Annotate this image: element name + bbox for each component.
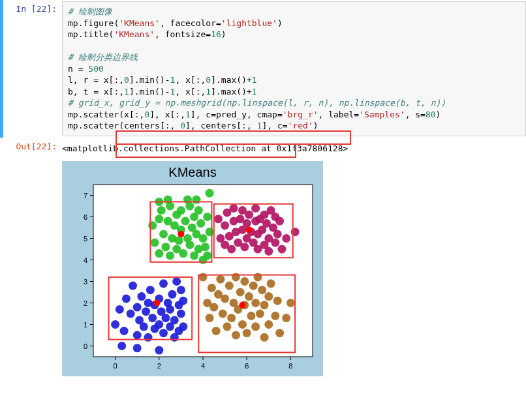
- kmeans-scatter: KMeans0246801234567: [62, 161, 323, 376]
- svg-text:2: 2: [84, 299, 87, 307]
- svg-point-104: [206, 228, 214, 236]
- svg-point-161: [223, 322, 231, 331]
- svg-point-168: [236, 288, 245, 296]
- svg-point-155: [209, 303, 218, 311]
- output-area: <matplotlib.collections.PathCollection a…: [62, 139, 526, 383]
- svg-point-109: [164, 195, 172, 203]
- svg-point-68: [117, 342, 126, 350]
- svg-point-182: [260, 301, 269, 309]
- svg-point-151: [199, 273, 208, 281]
- output-text: <matplotlib.collections.PathCollection a…: [62, 143, 526, 155]
- code: mp.scatter(x[:,0], x[:,1], c=pred_y, cma…: [68, 110, 441, 119]
- svg-point-42: [142, 307, 150, 316]
- svg-point-174: [247, 311, 255, 320]
- svg-point-180: [258, 286, 266, 294]
- svg-point-119: [230, 203, 238, 212]
- svg-point-110: [192, 195, 200, 203]
- svg-point-127: [243, 218, 251, 227]
- svg-point-149: [282, 234, 290, 243]
- svg-text:0: 0: [84, 342, 87, 350]
- svg-point-184: [264, 320, 273, 329]
- svg-point-57: [166, 305, 174, 313]
- code: mp.figure('KMeans', facecolor='lightblue…: [68, 18, 283, 28]
- svg-point-72: [151, 238, 159, 247]
- svg-point-98: [194, 206, 203, 215]
- svg-point-173: [245, 292, 253, 301]
- svg-point-106: [183, 195, 192, 203]
- svg-point-37: [133, 331, 142, 339]
- svg-point-187: [273, 296, 282, 305]
- svg-point-102: [201, 243, 209, 251]
- comment: # grid_x, grid_y = np.meshgrid(np.linspa…: [68, 98, 446, 108]
- svg-point-172: [243, 329, 251, 337]
- svg-point-60: [170, 316, 179, 324]
- svg-point-125: [240, 243, 249, 251]
- svg-point-175: [249, 281, 258, 290]
- svg-point-41: [140, 322, 148, 331]
- svg-point-101: [199, 234, 208, 243]
- svg-point-64: [177, 309, 185, 318]
- svg-point-117: [227, 245, 236, 253]
- svg-text:KMeans: KMeans: [168, 165, 216, 179]
- svg-point-181: [260, 333, 269, 341]
- svg-point-193: [246, 226, 253, 233]
- svg-text:6: 6: [245, 362, 249, 370]
- svg-point-85: [175, 236, 183, 245]
- chart-figure: KMeans0246801234567: [62, 161, 526, 380]
- svg-point-87: [177, 206, 185, 215]
- svg-point-44: [144, 333, 153, 341]
- svg-point-179: [256, 309, 264, 318]
- svg-point-88: [179, 249, 187, 258]
- svg-point-186: [271, 311, 279, 320]
- svg-text:3: 3: [84, 277, 87, 285]
- svg-text:4: 4: [84, 256, 87, 263]
- code: b, t = x[:,1].min()-1, x[:,1].max()+1: [68, 87, 257, 97]
- svg-point-170: [240, 277, 249, 286]
- svg-point-34: [122, 294, 131, 303]
- svg-point-188: [282, 314, 290, 322]
- code: l, r = x[:,0].min()-1, x[:,0].max()+1: [68, 75, 257, 85]
- svg-point-31: [111, 320, 119, 329]
- svg-point-107: [206, 188, 214, 197]
- svg-point-74: [155, 249, 163, 258]
- svg-text:5: 5: [84, 234, 87, 242]
- svg-point-76: [159, 230, 168, 238]
- out-prompt: Out[22]:: [3, 139, 62, 383]
- svg-point-54: [161, 314, 170, 322]
- svg-point-73: [155, 215, 163, 223]
- svg-point-66: [179, 322, 187, 331]
- svg-text:0: 0: [114, 362, 117, 370]
- svg-point-178: [254, 273, 262, 281]
- svg-point-46: [148, 314, 157, 322]
- code-editor[interactable]: # 绘制图像 mp.figure('KMeans', facecolor='li…: [62, 1, 526, 136]
- svg-text:7: 7: [84, 191, 87, 199]
- svg-point-52: [159, 329, 168, 337]
- svg-point-176: [251, 322, 260, 331]
- svg-point-132: [251, 203, 260, 212]
- svg-point-32: [116, 305, 124, 313]
- code: mp.scatter(centers[:, 0], centers[:, 1],…: [68, 121, 318, 130]
- svg-point-89: [181, 217, 190, 225]
- svg-point-150: [291, 228, 300, 236]
- svg-point-169: [238, 320, 247, 329]
- svg-point-147: [275, 217, 284, 225]
- svg-point-183: [264, 292, 273, 301]
- svg-point-103: [203, 213, 211, 221]
- code: mp.title('KMeans', fontsize=16): [68, 29, 226, 39]
- svg-point-77: [161, 243, 170, 251]
- svg-text:2: 2: [157, 362, 161, 370]
- svg-point-50: [155, 320, 163, 329]
- svg-point-144: [271, 238, 279, 247]
- svg-point-156: [212, 326, 221, 335]
- svg-point-158: [216, 275, 224, 283]
- svg-point-153: [206, 314, 214, 322]
- svg-point-111: [214, 215, 223, 223]
- svg-point-79: [166, 251, 174, 260]
- svg-point-45: [146, 286, 155, 294]
- svg-point-189: [286, 299, 295, 307]
- svg-point-165: [232, 273, 240, 281]
- svg-point-141: [264, 247, 273, 255]
- svg-point-38: [133, 303, 142, 311]
- svg-point-58: [168, 290, 176, 298]
- svg-point-154: [208, 283, 216, 292]
